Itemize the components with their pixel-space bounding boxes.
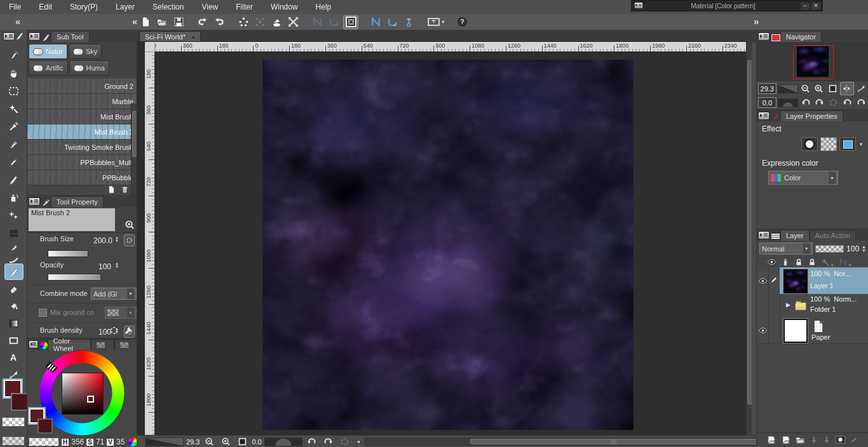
frame-border-tool[interactable] bbox=[4, 225, 22, 241]
airbrush-tool[interactable] bbox=[4, 190, 22, 205]
undo-icon[interactable] bbox=[196, 16, 210, 29]
layer-visibility-cell[interactable] bbox=[757, 294, 769, 317]
pen-pressure-icon[interactable] bbox=[124, 234, 135, 246]
background-color-swatch[interactable] bbox=[11, 393, 29, 411]
color-wheel-area[interactable] bbox=[27, 350, 137, 432]
snap-to-special-ruler-icon[interactable] bbox=[385, 16, 399, 29]
lock-layer-icon[interactable] bbox=[794, 258, 803, 268]
actual-size-icon[interactable] bbox=[827, 83, 839, 95]
rotate-cw-icon[interactable] bbox=[855, 97, 867, 109]
panel-menu-icon[interactable] bbox=[758, 231, 770, 239]
sub-tool-group-tab[interactable]: Natur bbox=[29, 44, 67, 59]
opacity-slider[interactable] bbox=[48, 274, 101, 281]
opacity-value[interactable]: 100 bbox=[98, 262, 111, 271]
sv-cursor[interactable] bbox=[87, 396, 94, 403]
minimize-icon[interactable]: – bbox=[801, 3, 810, 10]
new-layer-folder-icon[interactable] bbox=[795, 435, 806, 446]
mix-ground-dropdown[interactable]: ▼ bbox=[105, 307, 137, 319]
ruler-icon-disabled[interactable] bbox=[310, 16, 324, 29]
decoration-tool[interactable] bbox=[4, 208, 22, 223]
sub-tool-tab[interactable]: Sub Tool bbox=[51, 31, 90, 42]
brush-size-value[interactable]: 200.0 bbox=[93, 236, 112, 245]
layer-row[interactable]: Paper bbox=[757, 317, 868, 344]
menu-item[interactable]: Filter bbox=[227, 0, 262, 14]
fill-tool[interactable] bbox=[4, 298, 22, 314]
menu-item[interactable]: File bbox=[0, 0, 30, 14]
fit-to-screen-icon[interactable] bbox=[840, 82, 853, 95]
background-color-swatch[interactable] bbox=[37, 418, 53, 434]
canvas-horizontal-scrollbar[interactable]: ||| bbox=[365, 437, 760, 446]
selection-border-toggle-icon[interactable] bbox=[343, 15, 358, 29]
combine-mode-dropdown[interactable]: Add (Gl▼ bbox=[91, 288, 137, 300]
figure-tool[interactable] bbox=[4, 333, 22, 348]
zoom-in-icon[interactable] bbox=[813, 83, 825, 95]
collapse-icon[interactable]: « bbox=[132, 14, 137, 29]
custom-brush-tool-selected[interactable] bbox=[4, 264, 24, 280]
navigator-rotation-value[interactable]: 0.0 bbox=[758, 97, 776, 108]
open-document-icon[interactable] bbox=[155, 16, 169, 29]
add-sub-tool-icon[interactable] bbox=[107, 185, 116, 194]
navigator-thumbnail[interactable] bbox=[797, 46, 829, 77]
sub-tool-group-tab[interactable]: Sky bbox=[69, 44, 102, 59]
screen-settings-icon[interactable]: ▼ bbox=[426, 16, 447, 29]
rotate-ccw-icon[interactable] bbox=[841, 97, 854, 109]
operation-tool[interactable] bbox=[4, 48, 22, 63]
zoom-out-icon[interactable] bbox=[202, 436, 216, 447]
layer-tab[interactable]: Layer bbox=[780, 230, 810, 241]
layer-opacity-slider[interactable] bbox=[815, 245, 844, 253]
new-raster-layer-icon[interactable] bbox=[766, 435, 776, 446]
canvas-vertical-scrollbar[interactable] bbox=[746, 41, 752, 435]
transparent-color-swatch[interactable] bbox=[29, 437, 59, 446]
navigator-zoom-slider[interactable] bbox=[778, 84, 798, 93]
reset-all-settings-icon[interactable] bbox=[109, 326, 119, 337]
panel-menu-icon[interactable] bbox=[29, 32, 40, 41]
ruler-range-icon-disabled[interactable]: ▼ bbox=[839, 258, 852, 268]
brush-list-item[interactable]: Marble bbox=[27, 94, 137, 109]
panel-menu-icon[interactable] bbox=[758, 32, 770, 41]
panel-menu-icon[interactable] bbox=[3, 32, 15, 41]
layer-opacity-value[interactable]: 100 bbox=[846, 244, 859, 253]
sub-tool-group-tab[interactable]: Artific bbox=[29, 60, 68, 76]
border-effect-icon[interactable] bbox=[801, 137, 818, 151]
lock-transparent-pixels-icon[interactable] bbox=[808, 258, 817, 268]
layer-visibility-cell[interactable] bbox=[757, 267, 769, 294]
clip-to-layer-below-icon[interactable] bbox=[781, 258, 790, 268]
eyedropper-tool[interactable] bbox=[4, 119, 22, 134]
zoom-out-icon[interactable] bbox=[799, 83, 811, 95]
close-icon[interactable]: ✕ bbox=[811, 3, 820, 10]
tool-property-tab[interactable]: Tool Property bbox=[51, 196, 104, 207]
auto-select-tool[interactable] bbox=[4, 101, 22, 116]
brush-list-item[interactable]: Ground 2 bbox=[27, 79, 137, 94]
reference-layer-icon[interactable] bbox=[767, 257, 776, 268]
snap-to-ruler-icon[interactable] bbox=[369, 16, 383, 29]
brush-list-item[interactable]: Mist Brush bbox=[27, 109, 137, 124]
zoom-slider[interactable] bbox=[146, 437, 184, 446]
blend-mode-dropdown[interactable]: Normal▼ bbox=[759, 243, 813, 255]
pen-tool[interactable] bbox=[4, 137, 22, 152]
layer-row[interactable]: ▶ 100 % Norm... Folder 1 bbox=[757, 294, 868, 317]
menu-item[interactable]: Window bbox=[262, 0, 307, 14]
apply-mask-icon-disabled[interactable] bbox=[850, 436, 858, 446]
document-modified-icon[interactable]: ● bbox=[192, 34, 195, 40]
layer-row[interactable]: 100 % Nor... Layer 1 bbox=[757, 267, 868, 295]
navigator-tab[interactable]: Navigator bbox=[780, 31, 822, 42]
gradient-tool[interactable] bbox=[4, 316, 22, 331]
eye-icon[interactable] bbox=[758, 276, 768, 286]
layer-name[interactable]: Folder 1 bbox=[810, 305, 836, 313]
create-layer-mask-icon[interactable] bbox=[835, 436, 846, 445]
snap-to-guide-icon[interactable] bbox=[402, 16, 416, 29]
brush-size-slider[interactable] bbox=[48, 250, 88, 257]
color-slider-tab-icon[interactable] bbox=[91, 339, 114, 350]
navigator-preview-area[interactable] bbox=[757, 42, 868, 81]
tone-effect-icon[interactable] bbox=[820, 137, 837, 151]
brush-list-item[interactable]: Mist Brush 2 bbox=[27, 124, 137, 140]
menu-item[interactable]: Layer bbox=[107, 0, 144, 14]
rotation-slider[interactable] bbox=[264, 437, 302, 446]
brush-list-item[interactable]: Twisting Smoke Brush bbox=[27, 140, 137, 155]
reset-rotation-icon[interactable] bbox=[338, 436, 352, 447]
brush-size-stepper[interactable]: ▲▼ bbox=[115, 236, 119, 243]
text-tool[interactable]: A bbox=[4, 350, 22, 365]
scroll-left-arrow-icon[interactable]: ◂ bbox=[355, 436, 362, 447]
magnifier-icon[interactable] bbox=[125, 220, 135, 231]
show-all-settings-icon[interactable] bbox=[124, 326, 133, 337]
